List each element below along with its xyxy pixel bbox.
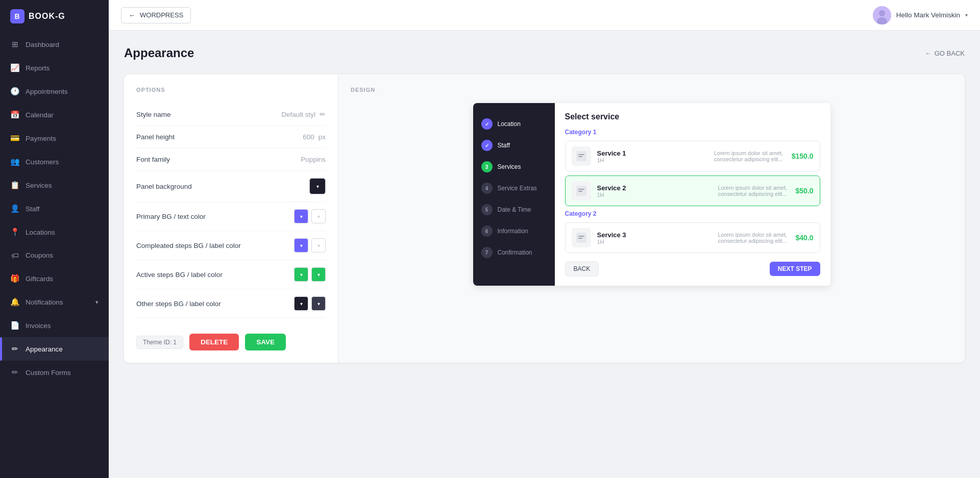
- go-back-button[interactable]: ← GO BACK: [925, 49, 965, 57]
- service-duration-s2: 1H: [597, 192, 712, 198]
- active-steps-colors: ▾ ▾: [294, 267, 326, 282]
- service-desc-s1: Lorem ipsum dolor sit amet, consectetur …: [714, 150, 786, 162]
- sidebar-item-appointments[interactable]: 🕐 Appointments: [0, 80, 109, 103]
- options-panel: OPTIONS Style name Default styl ✏ Panel …: [124, 74, 338, 363]
- service-price-s1: $150.0: [792, 152, 814, 160]
- topbar: ← WORDPRESS Hello Mark Velmiskin ▾: [109, 0, 980, 31]
- completed-bg-btn[interactable]: ▾: [294, 238, 308, 253]
- widget-step-staff[interactable]: ✓ Staff: [473, 135, 555, 156]
- widget-next-button[interactable]: NEXT STEP: [770, 262, 820, 276]
- completed-steps-row: Compleated steps BG / label color ▾ ▾: [136, 231, 326, 260]
- completed-steps-colors: ▾ ▾: [294, 238, 326, 253]
- notifications-icon: 🔔: [10, 297, 19, 307]
- panel-bg-label: Panel background: [136, 183, 192, 190]
- user-greeting: Hello Mark Velmiskin: [896, 11, 960, 19]
- sidebar-label-staff: Staff: [26, 205, 40, 213]
- widget-step-date-time[interactable]: 5 Date & Time: [473, 199, 555, 220]
- page-header: Appearance ← GO BACK: [124, 46, 965, 60]
- panel-height-label: Panel height: [136, 133, 175, 141]
- delete-button[interactable]: DELETE: [189, 334, 239, 350]
- staff-icon: 👤: [10, 204, 19, 213]
- options-footer: Theme ID: 1 DELETE SAVE: [136, 323, 326, 350]
- sidebar-label-reports: Reports: [26, 64, 50, 72]
- service-name-s1: Service 1: [597, 149, 708, 157]
- sidebar-item-coupons[interactable]: 🏷 Coupons: [0, 244, 109, 267]
- panel-height-row: Panel height 600 px: [136, 126, 326, 148]
- app-name: BOOK-G: [29, 12, 65, 21]
- sidebar-label-dashboard: Dashboard: [26, 41, 59, 48]
- sidebar-item-payments[interactable]: 💳 Payments: [0, 127, 109, 150]
- service-thumb-s1: [572, 146, 591, 166]
- app-logo: B BOOK-G: [0, 0, 109, 33]
- back-arrow-icon: ←: [129, 11, 136, 19]
- service-card-s1[interactable]: Service 1 1H Lorem ipsum dolor sit amet,…: [565, 141, 820, 171]
- sidebar-item-calendar[interactable]: 📅 Calendar: [0, 103, 109, 127]
- panel-bg-color-btn[interactable]: ▾: [309, 178, 326, 194]
- sidebar-item-reports[interactable]: 📈 Reports: [0, 56, 109, 80]
- sidebar-item-giftcards[interactable]: 🎁 Giftcards: [0, 267, 109, 290]
- sidebar-item-services[interactable]: 📋 Services: [0, 173, 109, 197]
- sidebar-item-customers[interactable]: 👥 Customers: [0, 150, 109, 173]
- svg-rect-5: [578, 156, 582, 157]
- wordpress-button[interactable]: ← WORDPRESS: [121, 7, 191, 23]
- service-duration-s1: 1H: [597, 157, 708, 163]
- sidebar-label-custom-forms: Custom Forms: [26, 369, 71, 376]
- other-text-btn[interactable]: ▾: [311, 296, 326, 311]
- widget-step-service-extras[interactable]: 4 Service Extras: [473, 178, 555, 199]
- main-area: ← WORDPRESS Hello Mark Velmiskin ▾ Appea…: [109, 0, 980, 478]
- widget-back-button[interactable]: BACK: [565, 261, 599, 276]
- sidebar: B BOOK-G ⊞ Dashboard 📈 Reports 🕐 Appoint…: [0, 0, 109, 478]
- primary-bg-btn[interactable]: ▾: [294, 209, 308, 223]
- completed-text-btn[interactable]: ▾: [311, 238, 326, 253]
- service-card-s2[interactable]: Service 2 1H Lorem ipsum dolor sit amet,…: [565, 175, 820, 206]
- custom-forms-icon: ✏: [10, 368, 19, 377]
- design-panel: DESIGN ✓ Location ✓ Staff 3 Services 4 S…: [338, 74, 965, 363]
- service-info-s3: Service 3 1H: [597, 231, 712, 245]
- service-desc-s2: Lorem ipsum dolor sit amet, consectetur …: [718, 185, 789, 197]
- appointments-icon: 🕐: [10, 87, 19, 96]
- widget-step-information[interactable]: 6 Information: [473, 220, 555, 242]
- widget-footer: BACK NEXT STEP: [565, 261, 820, 276]
- giftcards-icon: 🎁: [10, 274, 19, 283]
- user-menu[interactable]: Hello Mark Velmiskin ▾: [873, 6, 968, 24]
- step-label-location: Location: [498, 120, 521, 128]
- service-info-s2: Service 2 1H: [597, 184, 712, 198]
- sidebar-item-dashboard[interactable]: ⊞ Dashboard: [0, 33, 109, 56]
- other-bg-btn[interactable]: ▾: [294, 296, 308, 311]
- other-steps-colors: ▾ ▾: [294, 296, 326, 311]
- step-label-confirmation: Confirmation: [498, 249, 532, 256]
- service-thumb-s2: [572, 181, 591, 200]
- active-bg-btn[interactable]: ▾: [294, 267, 308, 282]
- widget-step-location[interactable]: ✓ Location: [473, 113, 555, 135]
- sidebar-item-invoices[interactable]: 📄 Invoices: [0, 314, 109, 337]
- sidebar-item-staff[interactable]: 👤 Staff: [0, 197, 109, 220]
- style-name-row: Style name Default styl ✏: [136, 103, 326, 126]
- active-text-btn[interactable]: ▾: [311, 267, 326, 282]
- step-circle-confirmation: 7: [481, 247, 493, 258]
- primary-text-btn[interactable]: ▾: [311, 209, 326, 223]
- go-back-icon: ←: [925, 49, 932, 57]
- notifications-chevron: ▾: [95, 299, 99, 306]
- widget-step-services[interactable]: 3 Services: [473, 156, 555, 178]
- step-circle-date-time: 5: [481, 204, 493, 215]
- dashboard-icon: ⊞: [10, 40, 19, 49]
- primary-bg-colors: ▾ ▾: [294, 209, 326, 223]
- sidebar-item-appearance[interactable]: ✏ Appearance: [0, 337, 109, 361]
- service-card-s3[interactable]: Service 3 1H Lorem ipsum dolor sit amet,…: [565, 222, 820, 253]
- sidebar-item-custom-forms[interactable]: ✏ Custom Forms: [0, 361, 109, 384]
- appearance-card: OPTIONS Style name Default styl ✏ Panel …: [124, 74, 965, 363]
- style-name-edit-icon[interactable]: ✏: [320, 110, 326, 118]
- customers-icon: 👥: [10, 157, 19, 166]
- sidebar-item-locations[interactable]: 📍 Locations: [0, 220, 109, 244]
- payments-icon: 💳: [10, 134, 19, 143]
- user-avatar: [873, 6, 891, 24]
- panel-height-value: 600 px: [303, 133, 326, 141]
- sidebar-item-notifications[interactable]: 🔔 Notifications ▾: [0, 290, 109, 314]
- logo-icon: B: [10, 9, 24, 23]
- save-button[interactable]: SAVE: [245, 334, 286, 350]
- sidebar-label-giftcards: Giftcards: [26, 275, 53, 283]
- widget-step-confirmation[interactable]: 7 Confirmation: [473, 242, 555, 263]
- sidebar-label-notifications: Notifications: [26, 298, 63, 306]
- font-family-value: Poppins: [301, 156, 326, 163]
- widget-categories: Category 1 Service 1 1H Lorem ipsum dolo…: [565, 129, 820, 253]
